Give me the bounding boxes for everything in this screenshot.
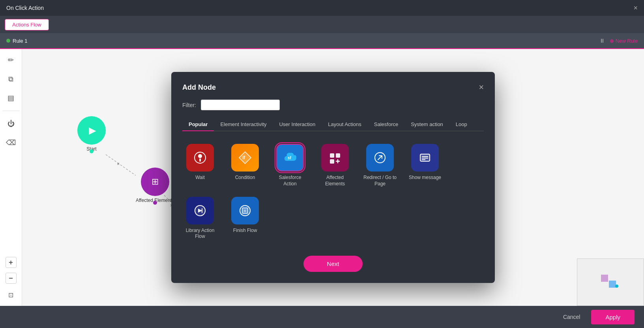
rule-status-dot bbox=[6, 39, 10, 43]
filter-input[interactable] bbox=[201, 100, 280, 110]
trash-icon[interactable]: ⌫ bbox=[5, 136, 17, 149]
grid-node-salesforce[interactable]: sf Salesforce Action bbox=[272, 144, 308, 187]
node-grid: Wait if Condition bbox=[182, 141, 484, 243]
title-bar: On Click Action × bbox=[0, 0, 644, 16]
pause-icon[interactable]: ⏸ bbox=[599, 38, 605, 44]
power-icon[interactable]: ⏻ bbox=[5, 117, 17, 130]
mini-map-node-1 bbox=[601, 275, 608, 282]
svg-rect-12 bbox=[330, 153, 334, 158]
modal-overlay: Add Node × Filter: Popular Element Inter… bbox=[22, 49, 644, 306]
add-node-modal: Add Node × Filter: Popular Element Inter… bbox=[171, 72, 495, 283]
show-message-label: Show message bbox=[409, 175, 441, 181]
filter-row: Filter: bbox=[182, 100, 484, 110]
tab-user-interaction[interactable]: User Interaction bbox=[273, 118, 322, 131]
show-message-icon bbox=[411, 144, 439, 172]
grid-node-library[interactable]: Library Action Flow bbox=[182, 197, 218, 240]
zoom-in-button[interactable]: + bbox=[6, 257, 17, 268]
mini-map bbox=[577, 258, 644, 306]
salesforce-label: Salesforce Action bbox=[272, 175, 308, 187]
save-icon[interactable]: ▤ bbox=[5, 92, 17, 104]
next-button[interactable]: Next bbox=[303, 256, 363, 272]
mini-map-inner bbox=[577, 259, 644, 305]
start-node[interactable]: ▶ Start bbox=[77, 116, 106, 152]
redirect-label: Redirect / Go to Page bbox=[362, 175, 398, 187]
grid-node-finish[interactable]: ≡ Finish Flow bbox=[227, 197, 263, 234]
svg-text:≡: ≡ bbox=[244, 209, 246, 213]
new-rule-button[interactable]: ⊕ New Rule bbox=[610, 38, 638, 44]
wait-icon bbox=[186, 144, 214, 172]
grid-node-condition[interactable]: if Condition bbox=[227, 144, 263, 181]
fit-icon[interactable]: ⊡ bbox=[5, 288, 17, 301]
condition-label: Condition bbox=[235, 175, 255, 181]
svg-rect-13 bbox=[336, 153, 340, 158]
redirect-icon bbox=[366, 144, 394, 172]
grid-node-wait[interactable]: Wait bbox=[182, 144, 218, 181]
svg-text:sf: sf bbox=[288, 156, 292, 160]
tab-loop[interactable]: Loop bbox=[449, 118, 474, 131]
rule-bar: Rule 1 ⏸ ⊕ New Rule bbox=[0, 33, 644, 49]
svg-text:×: × bbox=[117, 161, 120, 167]
pencil-icon[interactable]: ✏ bbox=[5, 54, 17, 66]
wait-label: Wait bbox=[195, 175, 205, 181]
svg-line-0 bbox=[106, 155, 136, 175]
rule-tab[interactable]: Rule 1 bbox=[6, 38, 28, 44]
affected-dot bbox=[153, 201, 157, 205]
start-play-icon: ▶ bbox=[89, 125, 96, 136]
grid-node-redirect[interactable]: Redirect / Go to Page bbox=[362, 144, 398, 187]
tab-actions-flow[interactable]: Actions Flow bbox=[5, 19, 49, 30]
filter-label: Filter: bbox=[182, 102, 196, 108]
toolbar-bottom: + − ⊡ bbox=[5, 257, 17, 301]
tab-popular[interactable]: Popular bbox=[182, 118, 214, 131]
affected-circle: ⊞ bbox=[141, 168, 169, 196]
window-close-button[interactable]: × bbox=[633, 4, 638, 11]
tab-bar: Actions Flow bbox=[0, 16, 644, 33]
modal-title: Add Node bbox=[182, 83, 216, 92]
toolbar-divider bbox=[2, 111, 20, 111]
start-circle: ▶ bbox=[77, 116, 106, 145]
mini-map-dot bbox=[615, 285, 618, 288]
grid-node-show-message[interactable]: Show message bbox=[407, 144, 443, 181]
affected-grid-label: Affected Elements bbox=[317, 175, 353, 187]
finish-icon: ≡ bbox=[231, 197, 259, 224]
copy-icon[interactable]: ⧉ bbox=[5, 73, 17, 85]
main-window: On Click Action × Actions Flow Rule 1 ⏸ … bbox=[0, 0, 644, 328]
start-dot bbox=[90, 149, 94, 153]
affected-icon: ⊞ bbox=[152, 177, 159, 187]
bottom-bar: Cancel Apply bbox=[0, 306, 644, 328]
cancel-button[interactable]: Cancel bbox=[557, 311, 587, 323]
library-icon bbox=[186, 197, 214, 224]
rule-bar-right: ⏸ ⊕ New Rule bbox=[599, 38, 638, 44]
tab-element-interactivity[interactable]: Element Interactivity bbox=[214, 118, 273, 131]
library-label: Library Action Flow bbox=[182, 228, 218, 240]
modal-close-button[interactable]: × bbox=[479, 83, 484, 92]
tab-system-action[interactable]: System action bbox=[404, 118, 449, 131]
salesforce-icon: sf bbox=[276, 144, 304, 172]
canvas: × × ▶ Start ⊞ bbox=[22, 49, 644, 306]
condition-icon: if bbox=[231, 144, 259, 172]
content-area: ✏ ⧉ ▤ ⏻ ⌫ + − ⊡ × × bbox=[0, 49, 644, 306]
rule-label: Rule 1 bbox=[13, 38, 28, 44]
tab-salesforce[interactable]: Salesforce bbox=[368, 118, 404, 131]
modal-footer: Next bbox=[182, 256, 484, 272]
left-toolbar: ✏ ⧉ ▤ ⏻ ⌫ + − ⊡ bbox=[0, 49, 22, 306]
affected-icon-grid bbox=[321, 144, 349, 172]
svg-rect-14 bbox=[330, 159, 334, 164]
modal-header: Add Node × bbox=[182, 83, 484, 92]
tab-layout-actions[interactable]: Layout Actions bbox=[322, 118, 368, 131]
svg-rect-8 bbox=[199, 158, 201, 162]
svg-text:if: if bbox=[242, 155, 245, 160]
new-rule-icon: ⊕ bbox=[610, 38, 614, 44]
new-rule-label: New Rule bbox=[616, 38, 638, 44]
affected-elements-node[interactable]: ⊞ Affected Elements bbox=[136, 168, 174, 203]
grid-node-affected[interactable]: Affected Elements bbox=[317, 144, 353, 187]
finish-label: Finish Flow bbox=[233, 228, 257, 234]
zoom-out-button[interactable]: − bbox=[6, 273, 17, 284]
apply-button[interactable]: Apply bbox=[591, 310, 635, 324]
window-title: On Click Action bbox=[6, 5, 44, 11]
svg-point-7 bbox=[198, 154, 202, 158]
modal-tabs: Popular Element Interactivity User Inter… bbox=[182, 118, 484, 131]
